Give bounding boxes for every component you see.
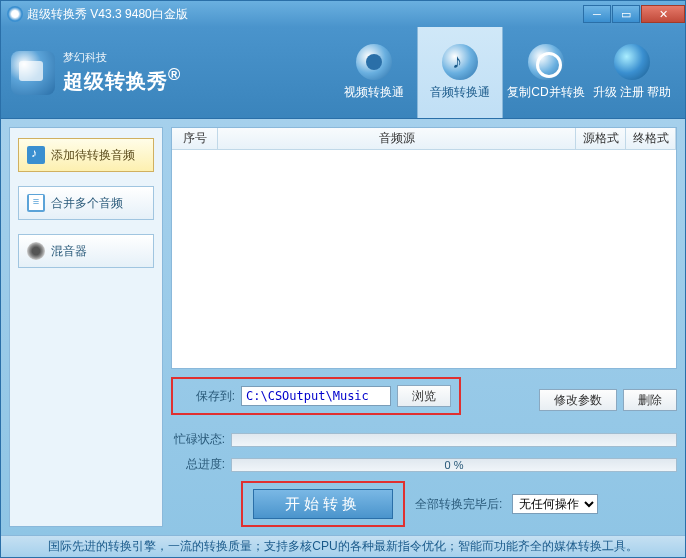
- col-index[interactable]: 序号: [172, 128, 218, 149]
- tab-video-label: 视频转换通: [344, 84, 404, 101]
- start-convert-button[interactable]: 开始转换: [253, 489, 393, 519]
- merge-audio-button[interactable]: 合并多个音频: [18, 186, 154, 220]
- add-audio-label: 添加待转换音频: [51, 147, 135, 164]
- cd-icon: [528, 44, 564, 80]
- minimize-button[interactable]: ─: [583, 5, 611, 23]
- video-icon: [356, 44, 392, 80]
- tab-audio[interactable]: 音频转换通: [417, 27, 503, 118]
- table-header: 序号 音频源 源格式 终格式: [172, 128, 676, 150]
- merge-audio-label: 合并多个音频: [51, 195, 123, 212]
- window-title: 超级转换秀 V43.3 9480白金版: [27, 6, 582, 23]
- busy-progress: [231, 433, 677, 447]
- tab-audio-label: 音频转换通: [430, 84, 490, 101]
- sidebar: 添加待转换音频 合并多个音频 混音器: [9, 127, 163, 527]
- total-label: 总进度:: [171, 456, 225, 473]
- brand-big: 超级转换秀®: [63, 65, 181, 95]
- audio-icon: [442, 44, 478, 80]
- tab-upgrade-label: 升级 注册 帮助: [593, 84, 672, 101]
- col-srcfmt[interactable]: 源格式: [576, 128, 626, 149]
- statusbar: 国际先进的转换引擎，一流的转换质量；支持多核CPU的各种最新指令优化；智能而功能…: [1, 535, 685, 557]
- save-path-input[interactable]: [241, 386, 391, 406]
- start-row: 开始转换 全部转换完毕后: 无任何操作: [171, 481, 677, 527]
- col-source[interactable]: 音频源: [218, 128, 576, 149]
- brand-small: 梦幻科技: [63, 50, 181, 65]
- body-area: 添加待转换音频 合并多个音频 混音器 序号 音频源 源格式 终格式: [1, 119, 685, 535]
- merge-icon: [27, 194, 45, 212]
- tab-video[interactable]: 视频转换通: [331, 27, 417, 118]
- add-audio-button[interactable]: 添加待转换音频: [18, 138, 154, 172]
- tab-cd[interactable]: 复制CD并转换: [503, 27, 589, 118]
- browse-button[interactable]: 浏览: [397, 385, 451, 407]
- busy-row: 忙碌状态:: [171, 431, 677, 448]
- controls: 保存到: 浏览 修改参数 删除 忙碌状态: 总进度: 0 %: [171, 369, 677, 527]
- titlebar: 超级转换秀 V43.3 9480白金版 ─ ▭ ✕: [1, 1, 685, 27]
- modify-params-button[interactable]: 修改参数: [539, 389, 617, 411]
- main-tabs: 视频转换通 音频转换通 复制CD并转换 升级 注册 帮助: [331, 27, 675, 118]
- delete-button[interactable]: 删除: [623, 389, 677, 411]
- logo-icon: [11, 51, 55, 95]
- window-buttons: ─ ▭ ✕: [582, 5, 685, 23]
- speaker-icon: [27, 242, 45, 260]
- after-label: 全部转换完毕后:: [415, 496, 502, 513]
- main-panel: 序号 音频源 源格式 终格式 保存到: 浏览 修改参数 删除: [171, 127, 677, 527]
- busy-label: 忙碌状态:: [171, 431, 225, 448]
- music-note-icon: [27, 146, 45, 164]
- globe-icon: [614, 44, 650, 80]
- save-row: 保存到: 浏览 修改参数 删除: [171, 377, 677, 423]
- after-action-select[interactable]: 无任何操作: [512, 494, 598, 514]
- total-progress: 0 %: [231, 458, 677, 472]
- tab-cd-label: 复制CD并转换: [507, 84, 584, 101]
- maximize-button[interactable]: ▭: [612, 5, 640, 23]
- tab-upgrade[interactable]: 升级 注册 帮助: [589, 27, 675, 118]
- mixer-button[interactable]: 混音器: [18, 234, 154, 268]
- file-table: 序号 音频源 源格式 终格式: [171, 127, 677, 369]
- total-row: 总进度: 0 %: [171, 456, 677, 473]
- logo-area: 梦幻科技 超级转换秀®: [11, 50, 201, 95]
- app-window: 超级转换秀 V43.3 9480白金版 ─ ▭ ✕ 梦幻科技 超级转换秀® 视频…: [0, 0, 686, 558]
- col-dstfmt[interactable]: 终格式: [626, 128, 676, 149]
- mixer-label: 混音器: [51, 243, 87, 260]
- logo-text: 梦幻科技 超级转换秀®: [63, 50, 181, 95]
- app-icon: [7, 6, 23, 22]
- start-highlight: 开始转换: [241, 481, 405, 527]
- saveto-label: 保存到:: [181, 388, 235, 405]
- header: 梦幻科技 超级转换秀® 视频转换通 音频转换通 复制CD并转换 升级 注册 帮助: [1, 27, 685, 119]
- close-button[interactable]: ✕: [641, 5, 685, 23]
- save-path-group: 保存到: 浏览: [171, 377, 461, 415]
